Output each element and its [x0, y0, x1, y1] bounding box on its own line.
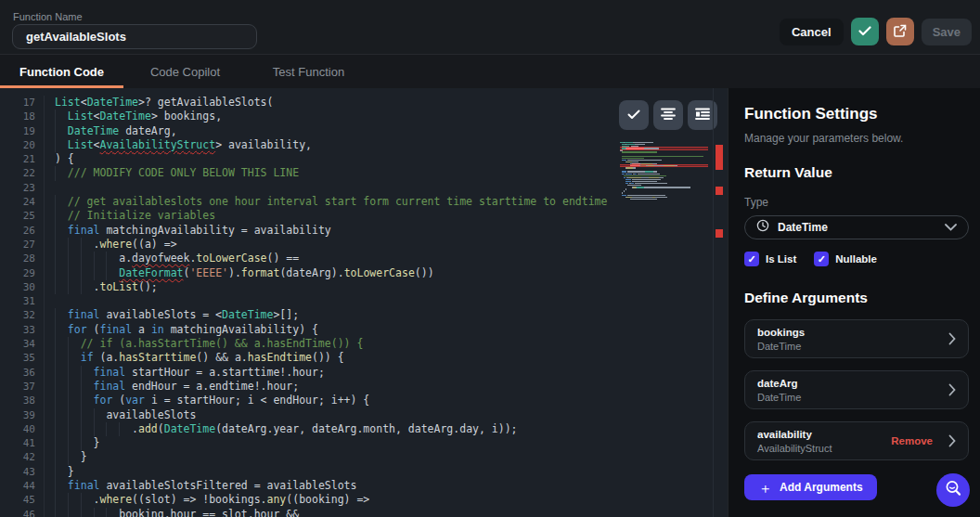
open-external-icon: [894, 24, 907, 40]
nullable-checkbox[interactable]: ✓ Nullable: [814, 252, 877, 266]
save-button[interactable]: Save: [922, 19, 972, 45]
code-line[interactable]: 39 availableSlots: [0, 408, 728, 422]
code-line[interactable]: 30 .toList();: [0, 280, 728, 294]
line-number: 21: [0, 152, 45, 166]
search-assistant-fab[interactable]: [936, 473, 970, 507]
code-line[interactable]: 42 }: [0, 450, 728, 464]
format-code-button[interactable]: [653, 100, 683, 130]
open-external-button[interactable]: [886, 18, 914, 45]
line-number: 40: [0, 422, 45, 436]
function-name-value: getAvailableSlots: [26, 30, 126, 44]
line-number: 46: [0, 508, 45, 517]
checkmark-icon: [858, 25, 871, 39]
magnifier-smile-icon: [944, 479, 963, 501]
tab-bar: Function CodeCode CopilotTest Function: [0, 54, 980, 88]
code-line[interactable]: 41 }: [0, 436, 728, 450]
format-indent-icon: [695, 108, 710, 123]
argument-name: bookings: [757, 327, 948, 338]
code-line[interactable]: 21) {: [0, 152, 728, 166]
line-number: 31: [0, 294, 45, 308]
chevron-right-icon: [948, 332, 956, 345]
is-list-checkbox[interactable]: ✓ Is List: [744, 252, 796, 266]
code-line[interactable]: 44 final availableSlotsFiltered = availa…: [0, 479, 728, 493]
line-number: 37: [0, 380, 45, 394]
argument-type: DateTime: [757, 392, 948, 403]
line-number: 44: [0, 479, 45, 493]
line-number: 29: [0, 266, 45, 280]
argument-card-dateArg[interactable]: dateArgDateTime: [744, 370, 969, 409]
line-number: 43: [0, 465, 45, 479]
code-line[interactable]: 45 .where((slot) => !bookings.any((booki…: [0, 493, 728, 507]
code-line[interactable]: 26 final matchingAvailability = availabi…: [0, 224, 728, 238]
line-number: 38: [0, 394, 45, 407]
code-editor[interactable]: 17List<DateTime>? getAvailableSlots(18 L…: [0, 88, 728, 517]
code-line[interactable]: 46 booking.hour == slot.hour &&: [0, 508, 728, 517]
add-arguments-button[interactable]: ＋ Add Arguments: [744, 474, 877, 500]
tab-test-function[interactable]: Test Function: [247, 55, 370, 88]
line-number: 25: [0, 209, 45, 223]
code-line[interactable]: 31: [0, 294, 728, 308]
confirm-code-button[interactable]: [851, 18, 879, 45]
argument-name: availability: [757, 429, 891, 440]
panel-title: Function Settings: [744, 105, 969, 123]
line-number: 35: [0, 351, 45, 365]
return-type-dropdown[interactable]: DateTime: [744, 215, 969, 239]
minimap[interactable]: [620, 142, 708, 200]
line-number: 32: [0, 308, 45, 322]
code-line[interactable]: 37 final endHour = a.endtime!.hour;: [0, 380, 728, 394]
line-number: 17: [0, 96, 45, 110]
code-line[interactable]: 32 final availableSlots = <DateTime>[];: [0, 308, 728, 322]
function-settings-panel: Function Settings Manage your parameters…: [728, 88, 980, 517]
code-line[interactable]: 40 .add(DateTime(dateArg.year, dateArg.m…: [0, 422, 728, 436]
define-arguments-heading: Define Arguments: [744, 290, 969, 306]
code-line[interactable]: 23: [0, 181, 728, 195]
argument-type: DateTime: [757, 341, 948, 352]
line-number: 27: [0, 238, 45, 252]
clock-icon: [756, 219, 769, 236]
argument-card-availability[interactable]: availabilityAvailabilityStructRemove: [744, 421, 969, 460]
code-line[interactable]: 28 a.dayofweek.toLowerCase() ==: [0, 252, 728, 265]
code-line[interactable]: 29 DateFormat('EEEE').format(dateArg).to…: [0, 266, 728, 280]
arguments-list: bookingsDateTimedateArgDateTimeavailabil…: [744, 319, 969, 460]
code-line[interactable]: 34 // if (a.hasStartTime() && a.hasEndTi…: [0, 337, 728, 351]
line-number: 33: [0, 323, 45, 337]
code-line[interactable]: 36 final startHour = a.starttime!.hour;: [0, 366, 728, 380]
validate-code-button[interactable]: [619, 100, 649, 130]
code-line[interactable]: 33 for (final a in matchingAvailability)…: [0, 323, 728, 337]
checkbox-check-icon: ✓: [744, 252, 759, 266]
return-type-value: DateTime: [778, 221, 828, 234]
function-name-input[interactable]: getAvailableSlots: [12, 24, 257, 49]
line-number: 23: [0, 181, 45, 195]
align-center-icon: [661, 108, 676, 123]
error-mark: [716, 145, 723, 170]
code-line[interactable]: 35 if (a.hasStarttime() && a.hasEndtime(…: [0, 351, 728, 365]
error-mark: [716, 229, 723, 238]
code-line[interactable]: 25 // Initialize variables: [0, 209, 728, 223]
chevron-right-icon: [948, 383, 956, 396]
panel-subtitle: Manage your parameters below.: [744, 132, 969, 145]
error-overview-ruler[interactable]: [716, 88, 723, 517]
tab-code-copilot[interactable]: Code Copilot: [123, 55, 247, 88]
line-number: 20: [0, 138, 45, 152]
line-number: 26: [0, 224, 45, 238]
code-line[interactable]: 43 }: [0, 465, 728, 479]
line-number: 45: [0, 493, 45, 507]
cancel-button[interactable]: Cancel: [780, 19, 844, 45]
code-line[interactable]: 27 .where((a) =>: [0, 238, 728, 252]
line-number: 39: [0, 408, 45, 422]
remove-argument-link[interactable]: Remove: [891, 435, 933, 446]
checkmark-icon: [627, 109, 640, 123]
header-actions: Cancel Save: [780, 18, 972, 45]
line-number: 30: [0, 280, 45, 294]
argument-type: AvailabilityStruct: [757, 443, 891, 454]
type-label: Type: [744, 196, 969, 209]
code-line[interactable]: 22 /// MODIFY CODE ONLY BELOW THIS LINE: [0, 166, 728, 180]
plus-icon: ＋: [758, 481, 772, 495]
code-line[interactable]: 38 for (var i = startHour; i < endHour; …: [0, 394, 728, 407]
code-line[interactable]: 24 // get availableslots one hour interv…: [0, 195, 728, 209]
code-area[interactable]: 17List<DateTime>? getAvailableSlots(18 L…: [0, 96, 728, 517]
code-line[interactable]: 20 List<AvailabilityStruct> availability…: [0, 138, 728, 152]
return-value-options: ✓ Is List ✓ Nullable: [744, 252, 969, 266]
argument-card-bookings[interactable]: bookingsDateTime: [744, 319, 969, 358]
tab-function-code[interactable]: Function Code: [0, 55, 123, 88]
